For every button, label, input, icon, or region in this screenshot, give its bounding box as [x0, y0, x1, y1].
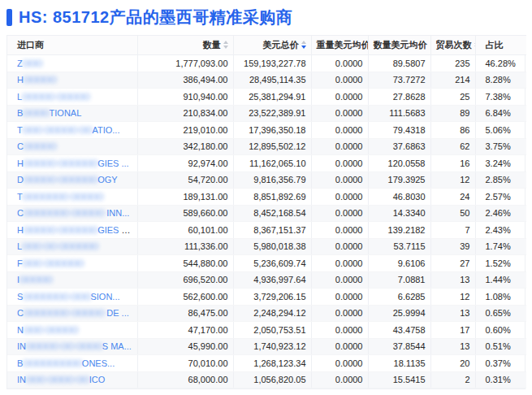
importer-link[interactable]: SOOOOOOO OOOSION...	[17, 292, 120, 302]
importer-link[interactable]: NOOO OOOOO	[17, 325, 78, 335]
importer-cell: HOOOOO	[7, 72, 137, 89]
sort-icon-usd-total[interactable]	[301, 41, 306, 49]
table-row[interactable]: IOOOOO696,520.004,936,997.640.00007.0881…	[7, 271, 526, 289]
importer-text-segment: S MA...	[102, 341, 132, 351]
importer-link[interactable]: HOOOOO OOOOOOGIES ...	[17, 158, 129, 168]
importer-link[interactable]: ZOOO	[17, 59, 42, 68]
importer-link[interactable]: IOOOOO	[17, 275, 52, 284]
importer-cell: LOOOOO OOOOO	[7, 89, 137, 106]
importer-cell: BOOOOTIONAL	[7, 105, 137, 122]
weight-avg-price-cell: 0.0000	[311, 72, 368, 89]
importer-cell: NOOO OOOOO	[7, 322, 137, 339]
table-row[interactable]: FOOO OOOOOO544,880.005,236,609.740.00009…	[7, 255, 526, 272]
importer-text-segment: T	[17, 192, 23, 202]
table-row[interactable]: INOOOOO OO OOOOS MA...45,990.001,740,923…	[7, 338, 526, 355]
table-body: ZOOO1,777,093.00159,193,227.780.000089.5…	[7, 55, 526, 388]
importer-redacted-segment: OOO	[23, 59, 42, 68]
table-row[interactable]: LOOOOO OOOOO910,940.0025,381,294.910.000…	[7, 89, 526, 106]
table-row[interactable]: COOOOOOO OOOOO DE ...86,475.002,248,294.…	[7, 305, 526, 322]
table-row[interactable]: HOOOOO386,494.0028,495,114.350.000073.72…	[7, 72, 526, 89]
importer-link[interactable]: DOOOOO OOOOOOOGY	[17, 175, 118, 184]
col-header-quantity[interactable]: 数量	[137, 36, 233, 55]
weight-avg-price-cell: 0.0000	[311, 138, 368, 155]
trade-count-cell: 86	[430, 122, 475, 139]
weight-avg-price-cell: 0.0000	[311, 171, 368, 189]
col-header-trade-count[interactable]: 贸易次数	[430, 36, 475, 55]
importer-text-segment: GIES ...	[97, 158, 129, 168]
quantity-cell: 45,990.00	[137, 338, 233, 355]
col-header-qty-avg-price-label: 数量美元均价	[374, 40, 427, 50]
table-header-row: 进口商 数量 美元总价 重量美元均价 数量美元均价 贸易次数	[7, 36, 526, 55]
importer-cell: LOOO OO OOOOOO	[7, 238, 137, 255]
importer-link[interactable]: BOOOOTIONAL	[17, 108, 81, 118]
weight-avg-price-cell: 0.0000	[311, 222, 368, 239]
table-row[interactable]: SOOOOOOO OOOSION...562,600.003,729,206.1…	[7, 289, 526, 306]
share-cell: 8.28%	[475, 72, 526, 89]
importer-text-segment: ATIO...	[92, 125, 119, 135]
importer-link[interactable]: COOOOOOO OOOOO DE ...	[17, 308, 129, 318]
importer-redacted-segment: OOOOO OO OOOO	[26, 341, 102, 351]
table-row[interactable]: INOOO OOOO OOICO68,000.001,056,820.050.0…	[7, 371, 526, 388]
qty-avg-price-cell: 53.7115	[368, 238, 430, 255]
importer-link[interactable]: INOOO OOOO OOICO	[17, 375, 105, 384]
trade-count-cell: 12	[430, 171, 475, 189]
usd-total-cell: 1,268,123.34	[233, 355, 311, 372]
table-row[interactable]: NOOO OOOOO47,170.002,050,753.510.000043.…	[7, 322, 526, 339]
weight-avg-price-cell: 0.0000	[311, 205, 368, 222]
table-row[interactable]: TOOO OOOOO OOATIO...219,010.0017,396,350…	[7, 122, 526, 139]
qty-avg-price-cell: 7.0881	[368, 271, 430, 289]
table-row[interactable]: BOOOOOOOOOONES...70,010.001,268,123.340.…	[7, 355, 526, 372]
weight-avg-price-cell: 0.0000	[311, 89, 368, 106]
importer-cell: TOOOOOOO OOOOO	[7, 189, 137, 206]
importer-link[interactable]: TOOO OOOOO OOATIO...	[17, 125, 119, 135]
qty-avg-price-cell: 46.8030	[368, 189, 430, 206]
quantity-cell: 562,600.00	[137, 289, 233, 306]
importer-link[interactable]: TOOOOOOO OOOOO	[17, 192, 103, 202]
usd-total-cell: 1,056,820.05	[233, 371, 311, 388]
table-row[interactable]: HOOOOO OOOOOOGIES D...60,101.008,367,151…	[7, 222, 526, 239]
importer-text-segment: GIES D...	[97, 225, 135, 235]
col-header-usd-total[interactable]: 美元总价	[233, 36, 311, 55]
importer-link[interactable]: FOOO OOOOOO	[17, 258, 84, 268]
col-header-share: 占比	[475, 36, 526, 55]
quantity-cell: 60,101.00	[137, 222, 233, 239]
importer-link[interactable]: COOOOOOO OOOOO INN...	[17, 208, 129, 218]
importer-text-segment: F	[17, 258, 23, 268]
importer-link[interactable]: BOOOOOOOOOONES...	[17, 358, 115, 368]
sort-icon-quantity[interactable]	[223, 41, 228, 49]
trade-count-cell: 89	[430, 105, 475, 122]
importer-link[interactable]: COOOOO	[17, 141, 56, 151]
importer-redacted-segment: OOOOOOOOO	[23, 358, 82, 368]
weight-avg-price-cell: 0.0000	[311, 289, 368, 306]
usd-total-cell: 2,248,294.12	[233, 305, 311, 322]
qty-avg-price-cell: 120.0558	[368, 155, 430, 172]
table-row[interactable]: HOOOOO OOOOOOGIES ...92,974.0011,162,065…	[7, 155, 526, 172]
importer-redacted-segment: OOOOO OOOOOO	[24, 225, 97, 235]
col-header-share-label: 占比	[486, 40, 504, 50]
importer-redacted-segment: OOOOO OOOOO	[22, 92, 89, 102]
table-row[interactable]: TOOOOOOO OOOOO189,131.008,851,892.690.00…	[7, 189, 526, 206]
importer-cell: COOOOOOO OOOOO INN...	[7, 205, 137, 222]
usd-total-cell: 11,162,065.10	[233, 155, 311, 172]
importer-redacted-segment: OOOOO	[19, 275, 52, 284]
trade-count-cell: 235	[430, 55, 475, 72]
importer-link[interactable]: HOOOOO OOOOOOGIES D...	[17, 225, 136, 235]
table-row[interactable]: ZOOO1,777,093.00159,193,227.780.000089.5…	[7, 55, 526, 72]
share-cell: 0.65%	[475, 305, 526, 322]
table-row[interactable]: COOOOOOO OOOOO INN...589,660.008,452,168…	[7, 205, 526, 222]
importer-text-segment: H	[17, 75, 24, 85]
table-row[interactable]: LOOO OO OOOOOO111,336.005,980,018.380.00…	[7, 238, 526, 255]
importer-link[interactable]: LOOOOO OOOOO	[17, 92, 89, 102]
importer-link[interactable]: INOOOOO OO OOOOS MA...	[17, 341, 132, 351]
col-header-importer: 进口商	[7, 36, 137, 55]
importer-link[interactable]: LOOO OO OOOOOO	[17, 241, 98, 251]
table-row[interactable]: BOOOOTIONAL210,834.0023,522,389.910.0000…	[7, 105, 526, 122]
qty-avg-price-cell: 25.9994	[368, 305, 430, 322]
table-row[interactable]: COOOOO342,180.0012,895,502.120.000037.68…	[7, 138, 526, 155]
quantity-cell: 219,010.00	[137, 122, 233, 139]
importer-link[interactable]: HOOOOO	[17, 75, 56, 85]
share-cell: 0.31%	[475, 371, 526, 388]
qty-avg-price-cell: 79.4318	[368, 122, 430, 139]
usd-total-cell: 5,236,609.74	[233, 255, 311, 272]
table-row[interactable]: DOOOOO OOOOOOOGY54,720.009,816,356.790.0…	[7, 171, 526, 189]
